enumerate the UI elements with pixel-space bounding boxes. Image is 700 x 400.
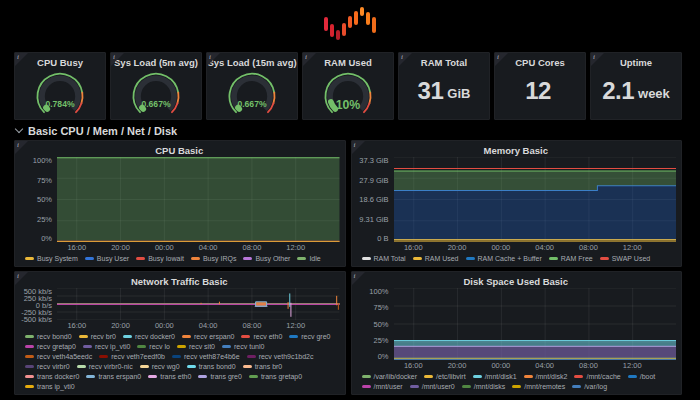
panel-info-icon[interactable]: i (352, 272, 365, 285)
panel-info-icon[interactable]: i (15, 272, 28, 285)
legend-item[interactable]: recv sit0 (177, 342, 215, 351)
memory-plot[interactable] (394, 157, 677, 242)
panel-network-traffic-basic: i Network Traffic Basic 500 kb/s250 kb/s… (14, 271, 346, 395)
legend-item[interactable]: recv veth87e4b6e (172, 352, 240, 361)
panel-title[interactable]: Sys Load (15m avg) (207, 53, 297, 68)
legend-item[interactable]: /mnt/user0 (410, 382, 455, 391)
legend-item[interactable]: recv veth4a5eedc (25, 352, 92, 361)
legend-item[interactable]: trans docker0 (25, 372, 79, 381)
legend-item[interactable]: recv tunl0 (222, 342, 264, 351)
legend-item[interactable]: Idle (297, 254, 320, 263)
legend-item[interactable]: recv bond0 (25, 332, 72, 341)
panel-title[interactable]: Memory Basic (356, 143, 677, 156)
panel-title[interactable]: CPU Busy (15, 53, 105, 68)
legend-color-marker (99, 355, 108, 358)
panel-info-icon[interactable]: i (303, 53, 316, 66)
legend-item[interactable]: RAM Total (362, 254, 406, 263)
legend-item[interactable]: /etc/libvirt (424, 372, 466, 381)
legend-label: recv veth9c1bd2c (259, 352, 314, 361)
legend-item[interactable]: trans ip_vti0 (25, 382, 75, 391)
legend-item[interactable]: trans eth0 (148, 372, 191, 381)
panel-title[interactable]: CPU Basic (19, 143, 340, 156)
legend-item[interactable]: recv virbr0 (25, 362, 70, 371)
legend-item[interactable]: Busy IRQs (191, 254, 236, 263)
legend-item[interactable]: recv erspan0 (182, 332, 234, 341)
network-plot[interactable] (57, 288, 340, 320)
legend-label: recv veth4a5eedc (37, 352, 92, 361)
gauge: 0.667% (207, 68, 297, 119)
panel-title[interactable]: Sys Load (5m avg) (111, 53, 201, 68)
legend-item[interactable]: recv virbr0-nic (77, 362, 133, 371)
legend-item[interactable]: trans erspan0 (86, 372, 141, 381)
legend-item[interactable]: recv veth7eedf0b (99, 352, 165, 361)
legend-item[interactable]: trans gretap0 (249, 372, 302, 381)
legend-item[interactable]: /var/log (572, 382, 607, 391)
legend-item[interactable]: /mnt/user (362, 382, 403, 391)
panel-info-icon[interactable]: i (352, 141, 365, 154)
logo-bar (336, 30, 340, 40)
legend-item[interactable]: /var/lib/docker (362, 372, 418, 381)
panel-title[interactable]: Network Traffic Basic (19, 274, 340, 287)
legend-color-marker (600, 257, 609, 260)
panel-info-icon[interactable]: i (495, 53, 508, 66)
y-tick-label: 25% (373, 337, 388, 344)
panel-info-icon[interactable]: i (15, 141, 28, 154)
legend-item[interactable]: recv eth0 (241, 332, 282, 341)
panel-title[interactable]: RAM Used (303, 53, 393, 68)
legend-item[interactable]: RAM Free (549, 254, 593, 263)
legend-item[interactable]: Busy Iowait (136, 254, 184, 263)
legend-color-marker (572, 385, 581, 388)
legend-item[interactable]: /mnt/remotes (512, 382, 565, 391)
panel-info-icon[interactable]: i (399, 53, 412, 66)
legend-item[interactable]: Busy System (25, 254, 78, 263)
legend-label: /etc/libvirt (436, 372, 466, 381)
legend-item[interactable]: recv veth9c1bd2c (247, 352, 314, 361)
legend-item[interactable]: RAM Used (413, 254, 459, 263)
panel-title[interactable]: RAM Total (399, 53, 489, 68)
panel-title[interactable]: Uptime (591, 53, 681, 68)
row-toggle-basic-cpu-mem-net-disk[interactable]: Basic CPU / Mem / Net / Disk (14, 122, 682, 139)
legend-item[interactable]: recv gre0 (289, 332, 330, 341)
y-tick-label: 0 B (377, 235, 388, 242)
legend: Busy SystemBusy UserBusy IowaitBusy IRQs… (19, 252, 340, 264)
panel-title[interactable]: Disk Space Used Basic (356, 274, 677, 287)
legend-item[interactable]: recv ip_vti0 (83, 342, 130, 351)
chevron-down-icon (15, 125, 23, 133)
legend-color-marker (79, 335, 88, 338)
legend-item[interactable]: /mnt/disk2 (524, 372, 568, 381)
panel-cpu-cores: i CPU Cores 12 (494, 52, 586, 120)
legend-item[interactable]: recv lo (137, 342, 170, 351)
info-glyph: i (305, 53, 307, 61)
legend-item[interactable]: SWAP Used (600, 254, 651, 263)
legend-item[interactable]: trans bond0 (187, 362, 236, 371)
legend-label: RAM Used (425, 254, 459, 263)
panel-info-icon[interactable]: i (111, 53, 124, 66)
x-tick-label: 04:00 (535, 361, 554, 370)
legend-item[interactable]: recv wg0 (140, 362, 180, 371)
legend-item[interactable]: /mnt/disks (462, 382, 506, 391)
legend-item[interactable]: /mnt/disk1 (473, 372, 517, 381)
legend-item[interactable]: trans gre0 (198, 372, 242, 381)
cpu-plot[interactable] (57, 157, 340, 242)
panel-info-icon[interactable]: i (207, 53, 220, 66)
info-glyph: i (354, 141, 356, 149)
legend-item[interactable]: trans br0 (243, 362, 283, 371)
chart-area: 500 kb/s250 kb/s0 b/s-250 kb/s-500 kb/s (19, 288, 340, 320)
disk-plot[interactable] (394, 288, 677, 360)
legend-item[interactable]: /boot (628, 372, 656, 381)
y-tick-label: -500 kb/s (21, 316, 52, 323)
legend-item[interactable]: recv docker0 (123, 332, 175, 341)
panel-info-icon[interactable]: i (591, 53, 604, 66)
chart-area: 100%75%50%25%0% (19, 157, 340, 242)
legend-item[interactable]: RAM Cache + Buffer (466, 254, 542, 263)
panel-info-icon[interactable]: i (15, 53, 28, 66)
panel-title[interactable]: CPU Cores (495, 53, 585, 68)
legend-label: recv docker0 (135, 332, 175, 341)
legend-item[interactable]: Busy Other (243, 254, 290, 263)
x-tick-label: 12:00 (286, 321, 305, 330)
legend-item[interactable]: /mnt/cache (574, 372, 620, 381)
legend-label: recv erspan0 (194, 332, 234, 341)
legend-item[interactable]: recv gretap0 (25, 342, 76, 351)
legend-item[interactable]: Busy User (85, 254, 129, 263)
legend-item[interactable]: recv br0 (79, 332, 116, 341)
